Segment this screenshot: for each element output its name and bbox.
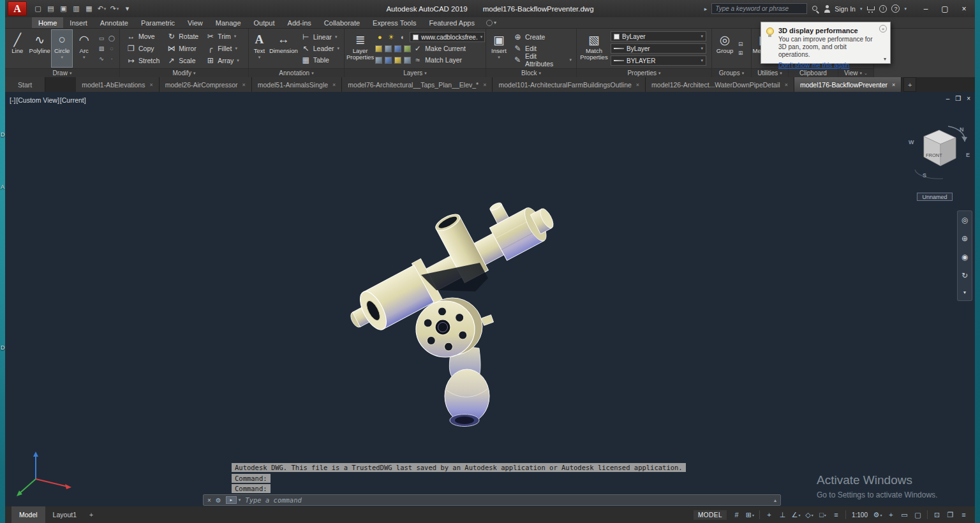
recent-commands-caret-icon[interactable]: ▾ (239, 497, 241, 503)
layer-on-icon[interactable]: ● (375, 33, 384, 41)
file-tab[interactable]: model51-AnimalsSingle× (252, 77, 343, 92)
viewcube-view-name[interactable]: Unnamed (917, 193, 953, 201)
tab-close-icon[interactable]: × (332, 82, 336, 88)
viewport-menu-control[interactable]: [-] (10, 96, 15, 104)
file-tab[interactable]: model76-Architectural__Taps_Plan__Elev_*… (342, 77, 493, 92)
tab-close-icon[interactable]: × (149, 82, 152, 88)
linear-button[interactable]: ⊢Linear▾ (302, 33, 339, 42)
viewport-restore-icon[interactable]: ❐ (955, 95, 961, 102)
table-button[interactable]: ▦Table (302, 55, 339, 65)
file-tab[interactable]: model26-AirCompressor× (160, 77, 252, 92)
point-icon[interactable] (107, 54, 116, 63)
compass-east[interactable]: E (966, 152, 970, 158)
tab-close-icon[interactable]: × (242, 82, 245, 88)
ribbon-tab-insert[interactable]: Insert (63, 17, 94, 28)
dynamic-input-toggle[interactable]: + (763, 509, 775, 521)
layout1-tab[interactable]: Layout1 (45, 506, 84, 523)
grid-display-toggle[interactable]: # (731, 509, 743, 521)
view-control[interactable]: [Custom View] (16, 96, 59, 104)
ribbon-tab-annotate[interactable]: Annotate (94, 17, 135, 28)
ribbon-tab-collaborate[interactable]: Collaborate (318, 17, 366, 28)
help-caret-icon[interactable]: ▾ (904, 6, 907, 11)
qat-dropdown-icon[interactable]: ▾ (121, 3, 133, 15)
pan-icon[interactable]: ⊕ (961, 235, 968, 242)
sign-in-button[interactable]: Sign In (835, 5, 856, 13)
zoom-icon[interactable]: ◉ (961, 253, 968, 261)
communication-center-icon[interactable] (879, 5, 887, 13)
arc-button[interactable]: ◠ Arc ▾ (73, 30, 94, 67)
match-properties-button[interactable]: ▧ Match Properties (579, 30, 609, 67)
ungroup-icon[interactable]: ⊟ (738, 41, 743, 47)
drawing-area[interactable]: [-] [Custom View] [Current] – ❐ × FRONT … (5, 92, 975, 506)
fillet-button[interactable]: ╭Fillet▾ (206, 43, 239, 54)
layer-select-combo[interactable]: www.cadblocksfree. ▾ (410, 32, 485, 42)
new-drawing-tab-button[interactable]: + (903, 77, 916, 92)
rotate-button[interactable]: ↻Rotate (167, 31, 198, 42)
minimize-button[interactable]: – (916, 0, 935, 17)
model-tab[interactable]: Model (11, 506, 45, 523)
object-snap-toggle[interactable]: □ (817, 509, 829, 521)
trim-button[interactable]: ✂Trim▾ (206, 31, 239, 42)
tab-close-icon[interactable]: × (483, 82, 486, 88)
command-input[interactable] (245, 496, 769, 504)
layer-isolate-icon[interactable] (385, 45, 392, 52)
leader-button[interactable]: ↖Leader▾ (302, 44, 339, 54)
ribbon-display-toggle[interactable]: ▾ (486, 17, 496, 28)
layer-state-icon[interactable] (375, 45, 382, 52)
compass-south[interactable]: S (923, 172, 926, 179)
panel-label-draw[interactable]: Draw▾ (5, 68, 119, 77)
edit-attributes-button[interactable]: ✎Edit Attributes▾ (514, 55, 572, 65)
rectangle-icon[interactable] (97, 34, 106, 43)
isometric-drafting-toggle[interactable]: ◇ (803, 509, 815, 521)
text-caret-icon[interactable]: ▾ (258, 55, 261, 60)
mirror-button[interactable]: ⋈Mirror (167, 43, 198, 54)
circle-button[interactable]: ○ Circle ▾ (52, 30, 73, 67)
dismiss-link[interactable]: Don't show me this again (778, 62, 849, 69)
dimension-button[interactable]: ↔ Dimension (269, 30, 298, 67)
layer-off-icon[interactable] (404, 45, 411, 52)
annotation-monitor-icon[interactable]: + (885, 509, 897, 521)
undo-icon[interactable]: ↶ (96, 3, 108, 15)
snap-mode-toggle[interactable]: ⊞ (744, 509, 756, 521)
panel-label-properties[interactable]: Properties▾ (577, 68, 711, 77)
ortho-mode-toggle[interactable]: ⊥ (776, 509, 789, 521)
tab-close-icon[interactable]: × (636, 82, 639, 88)
viewcube-front-face[interactable]: FRONT (926, 152, 942, 158)
object-color-combo[interactable]: ByLayer▾ (611, 31, 706, 41)
viewport-close-icon[interactable]: × (967, 95, 970, 102)
file-tab[interactable]: model126-Architect...WaterDownPipeDetail… (646, 77, 794, 92)
customization-icon[interactable]: ≡ (958, 509, 970, 521)
redo-icon[interactable]: ↷ (108, 3, 121, 15)
command-history-icon[interactable]: ▴ (774, 497, 776, 503)
maximize-button[interactable]: ▢ (935, 0, 954, 17)
viewport-minimize-icon[interactable]: – (946, 95, 950, 102)
hatch-icon[interactable] (97, 44, 106, 53)
revision-cloud-icon[interactable] (107, 44, 116, 53)
stretch-button[interactable]: ↦Stretch (127, 55, 160, 66)
isolate-objects-icon[interactable]: ⊡ (931, 509, 943, 521)
group-edit-icon[interactable]: ⊞ (738, 50, 743, 56)
workspace-switching-icon[interactable]: ⚙ (872, 509, 884, 521)
scale-button[interactable]: ↗Scale (167, 55, 198, 66)
backflow-preventer-model[interactable] (5, 92, 975, 506)
compass-north[interactable]: N (960, 126, 964, 133)
panel-label-block[interactable]: Block▾ (486, 68, 576, 77)
sign-in-caret-icon[interactable]: ▾ (860, 6, 863, 11)
layer-unlock-icon[interactable]: ◐ (398, 33, 407, 41)
viewcube[interactable]: FRONT N E S W (906, 120, 972, 193)
insert-caret-icon[interactable]: ▾ (498, 55, 500, 60)
infocenter-collapse-icon[interactable]: ▸ (704, 6, 708, 12)
panel-label-groups[interactable]: Groups▾ (712, 68, 751, 77)
search-icon[interactable] (812, 5, 819, 13)
lineweight-toggle[interactable]: ≡ (830, 509, 842, 521)
panel-label-modify[interactable]: Modify▾ (120, 68, 248, 77)
file-tab[interactable]: model101-ArchitecturalFarmBuildingsOutli… (493, 77, 646, 92)
recent-commands-icon[interactable]: ▸ (226, 496, 237, 504)
model-space-toggle[interactable]: MODEL (694, 510, 727, 520)
file-tab-active[interactable]: model176-BackflowPreventer× (794, 77, 902, 92)
ellipse-icon[interactable] (107, 34, 116, 43)
notification-close-icon[interactable]: × (879, 25, 887, 33)
close-button[interactable]: × (954, 0, 974, 17)
notification-caret-icon[interactable]: ▾ (884, 56, 886, 62)
navbar-more-icon[interactable]: ▾ (963, 290, 966, 295)
